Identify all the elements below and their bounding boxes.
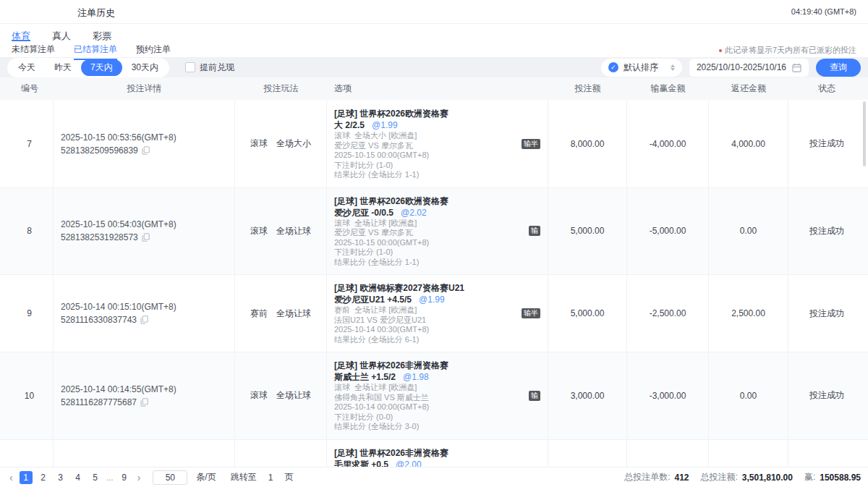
top-bar: 注单历史 04:19:40 (GMT+8): [0, 0, 868, 24]
status-cell: 投注成功: [788, 275, 865, 352]
filter-bar: 今天昨天7天内30天内 提前兑现 ✓ 默认排序 2025/10/10-2025/…: [0, 57, 868, 77]
column-header-投注玩法: 投注玩法: [235, 82, 327, 95]
date-range-value: 2025/10/10-2025/10/16: [697, 62, 786, 72]
subtab-已结算注单[interactable]: 已结算注单: [74, 43, 117, 60]
win-loss-cell: -3,000.00: [627, 352, 709, 439]
option-pick-line: 爱沙尼亚 -0/0.5@2.02: [334, 207, 540, 219]
sort-select[interactable]: ✓ 默认排序: [601, 59, 682, 77]
tab-彩票[interactable]: 彩票: [93, 30, 111, 41]
order-id-line: 5281116287775687: [61, 396, 227, 409]
table-body: 72025-10-15 00:53:56(GMT+8)5281382509596…: [0, 101, 868, 467]
option-match: 法国U21 VS 爱沙尼亚U21: [334, 316, 540, 326]
scrollbar-thumb[interactable]: [863, 101, 866, 166]
subtab-预约注单[interactable]: 预约注单: [136, 43, 171, 60]
option-match: 爱沙尼亚 VS 摩尔多瓦: [334, 228, 540, 238]
date-range-input[interactable]: 2025/10/10-2025/10/16: [689, 59, 809, 77]
tab-体育[interactable]: 体育: [12, 30, 30, 41]
page-button-4[interactable]: 4: [72, 471, 85, 484]
notice-text: 此记录将显示7天内所有已派彩的投注: [725, 45, 856, 56]
subtab-未结算注单[interactable]: 未结算注单: [12, 43, 55, 60]
order-id-line: 5281382509596839: [61, 144, 227, 157]
copy-icon[interactable]: [140, 398, 148, 407]
bet-time: 2025-10-14 00:14:55(GMT+8): [61, 383, 227, 396]
option-match-time: 2025-10-14 00:00(GMT+8): [334, 402, 540, 412]
play-cell: 滚球全场让球: [235, 352, 327, 439]
play-name: 全场让球: [276, 225, 311, 237]
page-size-input[interactable]: [153, 470, 187, 485]
option-league: [足球] 世界杯2026非洲资格赛: [334, 447, 540, 459]
range-pill-30天内[interactable]: 30天内: [122, 59, 168, 76]
prev-page-button[interactable]: ‹: [7, 472, 15, 483]
bet-details-cell: 2025-10-15 00:54:03(GMT+8)52813825319285…: [54, 188, 235, 275]
page-button-2[interactable]: 2: [37, 471, 50, 484]
play-type: 滚球: [250, 389, 268, 402]
order-id: 5281116330837743: [61, 313, 137, 326]
column-header-选项: 选项: [327, 82, 548, 95]
table-row: 82025-10-15 00:54:03(GMT+8)5281382531928…: [0, 188, 868, 276]
total-bet-amount-label: 总投注额:: [701, 471, 738, 483]
total-win: 赢:150588.95: [804, 471, 861, 483]
result-badge: 输: [529, 391, 540, 401]
page-button-9[interactable]: 9: [118, 471, 131, 484]
search-button[interactable]: 查询: [816, 59, 861, 77]
jump-page-unit: 页: [284, 471, 293, 483]
win-loss-amount: -4,000.00: [650, 139, 686, 149]
result-badge: 输半: [522, 139, 540, 149]
row-number: 9: [27, 308, 32, 318]
range-pill-今天[interactable]: 今天: [9, 59, 45, 76]
option-market: 滚球 全场让球 [欧洲盘]: [334, 383, 540, 393]
order-id: 5281116287775687: [61, 396, 137, 409]
bet-status: 投注成功: [809, 137, 844, 150]
option-cell: [足球] 欧洲锦标赛2027资格赛U21爱沙尼亚U21 +4.5/5@1.99赛…: [327, 275, 548, 352]
option-cell: [足球] 世界杯2026非洲资格赛毛里求斯 +0.5@2.00滚球 全场让球 […: [327, 440, 548, 467]
row-number-cell: 11: [6, 440, 54, 467]
result-badge: 输: [529, 226, 540, 236]
total-bet-amount: 总投注额:3,501,810.00: [701, 471, 793, 483]
win-loss-cell: -5,000.00: [627, 188, 709, 275]
next-page-button[interactable]: ›: [135, 472, 143, 483]
range-pill-昨天[interactable]: 昨天: [45, 59, 81, 76]
option-match-time: 2025-10-15 00:00(GMT+8): [334, 151, 540, 161]
row-number: 7: [27, 139, 32, 149]
page-button-1[interactable]: 1: [20, 471, 33, 484]
play-cell: 赛前全场让球: [235, 275, 327, 352]
jump-to-label: 跳转至: [231, 471, 257, 483]
option-cell: [足球] 世界杯2026非洲资格赛斯威士兰 +1.5/2@1.98滚球 全场让球…: [327, 352, 548, 439]
copy-icon[interactable]: [142, 146, 150, 155]
option-cell: [足球] 世界杯2026欧洲资格赛大 2/2.5@1.99滚球 全场大小 [欧洲…: [327, 101, 548, 187]
check-circle-icon: ✓: [608, 62, 618, 72]
option-market: 滚球 全场让球 [欧洲盘]: [334, 219, 540, 229]
option-odds: @1.99: [372, 120, 398, 130]
option-live-score: 下注时比分 (0-0): [334, 412, 540, 423]
early-cashout-checkbox[interactable]: 提前兑现: [185, 62, 234, 74]
bet-time: 2025-10-14 00:15:10(GMT+8): [61, 300, 227, 313]
copy-icon[interactable]: [140, 316, 148, 324]
option-odds: @2.02: [401, 208, 427, 218]
refund-cell: 4,000.00: [709, 101, 788, 187]
row-number-cell: 10: [6, 352, 54, 439]
refund-cell: 0.00: [709, 352, 788, 439]
table-row: 102025-10-14 00:14:55(GMT+8)528111628777…: [0, 352, 868, 440]
order-id-line: 5281382531928573: [61, 231, 227, 244]
bet-details-cell: 2025-10-14 00:14:41(GMT+8): [54, 440, 235, 467]
option-pick: 爱沙尼亚 -0/0.5: [334, 208, 393, 218]
page-button-5[interactable]: 5: [89, 471, 102, 484]
option-odds: @1.99: [419, 295, 445, 305]
page-button-3[interactable]: 3: [54, 471, 67, 484]
option-result: 结果比分 (全场比分 3-0): [334, 422, 540, 432]
bet-amount-cell: 5,000.00: [548, 440, 627, 467]
total-win-value: 150588.95: [820, 473, 861, 483]
status-cell: 投注成功: [788, 352, 865, 439]
column-header-投注额: 投注额: [548, 82, 627, 95]
play-type: 滚球: [250, 137, 268, 150]
notice-dot-icon: [719, 49, 722, 52]
refund-amount: 4,000.00: [731, 139, 765, 149]
range-pill-7天内[interactable]: 7天内: [81, 59, 122, 76]
option-market: 赛前 全场让球 [欧洲盘]: [334, 305, 540, 316]
checkbox-icon[interactable]: [185, 62, 195, 72]
copy-icon[interactable]: [142, 233, 150, 242]
bet-amount: 3,000.00: [571, 391, 605, 401]
jump-page-value[interactable]: 1: [268, 473, 273, 483]
play-cell: 滚球全场让球: [235, 440, 327, 467]
tab-真人[interactable]: 真人: [52, 30, 71, 41]
